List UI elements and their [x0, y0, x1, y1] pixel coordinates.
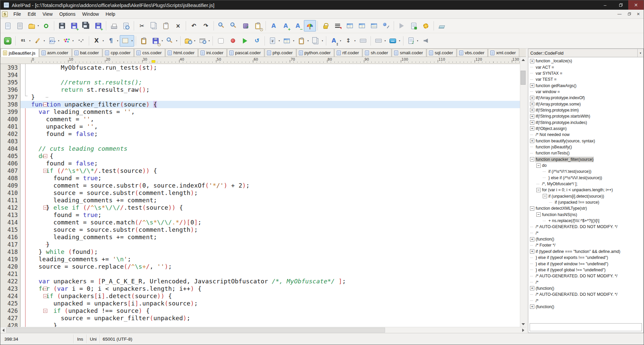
scroll-up-arrow[interactable] — [520, 57, 526, 63]
tab-python.coder[interactable]: python.coder — [297, 49, 334, 57]
change-case-button[interactable]: A↕▼ — [328, 35, 342, 47]
horizontal-scroll-thumb[interactable] — [6, 328, 385, 333]
dropdown-arrow-icon[interactable]: ▼ — [102, 40, 104, 42]
fold-collapse-button[interactable]: − — [43, 309, 47, 313]
menu-options[interactable]: Options — [56, 10, 79, 18]
tree-item[interactable]: var window = — [528, 89, 643, 95]
keyboard-layout-button[interactable]: ▼ — [373, 35, 387, 47]
insert-text-button[interactable]: Z▼ — [267, 35, 281, 47]
minimize-button[interactable]: – — [597, 0, 613, 10]
newline-format[interactable]: Uni — [87, 333, 100, 345]
tab-css.coder[interactable]: css.coder — [134, 49, 165, 57]
tree-item[interactable]: +(function() — [528, 304, 643, 310]
tab-sh.coder[interactable]: sh.coder — [363, 49, 391, 57]
fold-collapse-button[interactable]: − — [43, 169, 47, 173]
menu-edit[interactable]: Edit — [24, 10, 39, 18]
collapse-icon[interactable]: − — [536, 188, 541, 192]
tree-item[interactable]: if (/^\s*\/\*/.test(source)) — [528, 168, 643, 175]
always-on-top-button[interactable] — [380, 20, 392, 31]
paste-button[interactable] — [160, 20, 172, 31]
split-window-h-button[interactable] — [368, 20, 380, 31]
collapse-icon[interactable]: − — [530, 157, 534, 161]
dropdown-arrow-icon[interactable]: ▼ — [292, 40, 294, 42]
dropdown-arrow-icon[interactable]: ▼ — [278, 40, 280, 42]
menu-help[interactable]: Help — [102, 10, 119, 18]
paste-history-button[interactable] — [252, 20, 264, 31]
tree-item[interactable]: +(function() — [528, 285, 643, 291]
dropdown-arrow-icon[interactable]: ▼ — [176, 40, 178, 42]
font-button[interactable]: A — [268, 20, 280, 31]
scroll-left-arrow[interactable] — [0, 327, 6, 333]
panel-toggle-button[interactable]: ▼ — [387, 35, 401, 47]
delete-button[interactable]: × — [172, 20, 184, 31]
expand-icon[interactable]: + — [530, 102, 534, 106]
dropdown-arrow-icon[interactable]: ▼ — [398, 40, 400, 42]
tree-item[interactable]: −for (var i = 0; i < unpackers.length; i… — [528, 187, 643, 193]
coder-template-button[interactable]: C++▼ — [46, 35, 61, 47]
tree-item[interactable]: +function _localize(s) — [528, 58, 643, 64]
tree-item[interactable]: function jsBeautify() — [528, 144, 643, 150]
tree-item[interactable]: +if (typeof define === "function" && def… — [528, 249, 643, 255]
restore-button[interactable] — [613, 0, 628, 10]
tab-ini.coder[interactable]: ini.coder — [198, 49, 227, 57]
expand-icon[interactable]: + — [530, 304, 534, 309]
find-in-folder-button[interactable]: ▼ — [182, 35, 197, 47]
tab-jsBeautifier.js[interactable]: jsBeautifier.js — [1, 49, 39, 57]
fold-collapse-button[interactable]: − — [43, 294, 47, 298]
collapse-icon[interactable]: − — [536, 212, 541, 217]
highlight-pen-button[interactable]: ▼ — [32, 35, 46, 47]
session-save-button[interactable]: ▼ — [150, 35, 164, 47]
tree-item[interactable]: −do — [528, 162, 643, 168]
line-numbers-button[interactable]: 01▼ — [17, 35, 32, 47]
save-button[interactable] — [56, 20, 68, 31]
template-box-button[interactable] — [215, 35, 227, 47]
tree-item[interactable]: var SYNTAX = — [528, 70, 643, 76]
codepage[interactable]: 65001 (UTF-8) — [100, 333, 135, 345]
save-all-button[interactable]: + — [92, 20, 104, 31]
word-wrap-button[interactable] — [332, 20, 344, 31]
font-smaller-button[interactable]: A− — [292, 20, 304, 31]
special-chars-button[interactable] — [357, 35, 369, 47]
tree-item[interactable]: +if(!String.prototype.includes) — [528, 119, 643, 125]
tab-xml.coder[interactable]: xml.coder — [488, 49, 519, 57]
vertical-scroll-thumb[interactable] — [521, 71, 526, 85]
dropdown-arrow-icon[interactable]: ▼ — [194, 40, 196, 42]
dropdown-arrow-icon[interactable]: ▼ — [43, 40, 45, 42]
collapse-icon[interactable]: − — [536, 163, 541, 168]
expand-icon[interactable]: + — [530, 126, 534, 131]
tab-sql.coder[interactable]: sql.coder — [427, 49, 457, 57]
horizontal-scrollbar[interactable] — [0, 327, 526, 333]
fold-collapse-button[interactable]: − — [43, 287, 47, 291]
tree-item[interactable]: /* — [528, 230, 643, 236]
notes-panel-button[interactable]: ▼ — [120, 35, 134, 47]
expand-icon[interactable]: + — [530, 108, 534, 112]
plugins-settings-button[interactable] — [420, 20, 432, 31]
tree-item[interactable]: /* — [528, 297, 643, 303]
redo-button[interactable]: ↷ — [200, 20, 212, 31]
find-in-window-button[interactable]: ▼ — [197, 35, 211, 47]
tree-item[interactable]: /*, MyObfuscate*/ ]; — [528, 181, 643, 187]
color-theme-button[interactable] — [304, 20, 316, 31]
tree-item[interactable]: +if(!Array.prototype.indexOf) — [528, 95, 643, 101]
collapse-icon[interactable]: − — [543, 194, 547, 198]
document-stack-button[interactable]: ▼ — [310, 35, 324, 47]
tree-item[interactable]: if (unpacked !== source) — [528, 199, 643, 205]
tree-item[interactable]: +function beautify(source, syntax) — [528, 138, 643, 144]
read-only-button[interactable] — [320, 20, 332, 31]
tab-smali.coder[interactable]: smali.coder — [392, 49, 426, 57]
fold-collapse-button[interactable]: − — [43, 102, 47, 107]
tree-item[interactable]: +if(!String.prototype.trim) — [528, 107, 643, 113]
reopen-file-button[interactable] — [40, 20, 52, 31]
dropdown-arrow-icon[interactable]: ▼ — [384, 40, 386, 42]
fold-collapse-button[interactable]: − — [43, 154, 47, 158]
tree-item[interactable]: function runTests() — [528, 150, 643, 156]
tree-item[interactable]: +if(!Object.assign) — [528, 126, 643, 132]
tab-bat.coder[interactable]: bat.coder — [72, 49, 102, 57]
tab-asm.coder[interactable]: asm.coder — [39, 49, 72, 57]
sounds-button[interactable]: ▼ — [405, 35, 420, 47]
tree-item[interactable]: + ns.replace(/[\\\/.^$+*?|()\[\] — [528, 218, 643, 224]
clipboard-tools-button[interactable]: ▼ — [296, 35, 310, 47]
expand-icon[interactable]: + — [530, 286, 534, 290]
expand-icon[interactable]: + — [530, 59, 534, 63]
mdi-minimize-button[interactable]: — — [617, 12, 622, 16]
